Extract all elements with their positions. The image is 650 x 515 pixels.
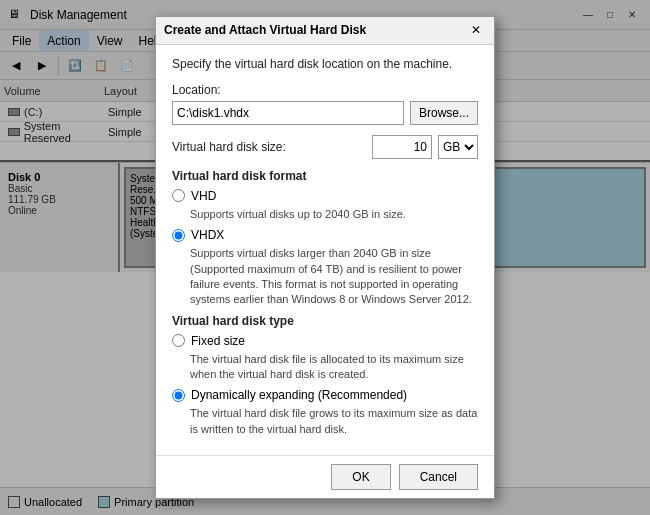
format-section-label: Virtual hard disk format [172, 169, 478, 183]
dynamic-radio[interactable] [172, 389, 185, 402]
dynamic-desc: The virtual hard disk file grows to its … [190, 406, 478, 437]
dialog-close-button[interactable]: ✕ [466, 20, 486, 40]
vhd-radio-row: VHD [172, 189, 478, 203]
location-label: Location: [172, 83, 478, 97]
vhd-label[interactable]: VHD [191, 189, 216, 203]
dialog-description: Specify the virtual hard disk location o… [172, 57, 478, 71]
vhdx-radio-row: VHDX [172, 228, 478, 242]
location-row: Browse... [172, 101, 478, 125]
type-section-label: Virtual hard disk type [172, 314, 478, 328]
vhd-radio[interactable] [172, 189, 185, 202]
location-input[interactable] [172, 101, 404, 125]
dynamic-label[interactable]: Dynamically expanding (Recommended) [191, 388, 407, 402]
fixed-radio[interactable] [172, 334, 185, 347]
dynamic-radio-row: Dynamically expanding (Recommended) [172, 388, 478, 402]
size-unit-select[interactable]: MB GB TB [438, 135, 478, 159]
vhd-desc: Supports virtual disks up to 2040 GB in … [190, 207, 478, 222]
modal-overlay: Create and Attach Virtual Hard Disk ✕ Sp… [0, 0, 650, 515]
size-row: Virtual hard disk size: MB GB TB [172, 135, 478, 159]
dialog-title: Create and Attach Virtual Hard Disk [164, 23, 466, 37]
dialog-footer: OK Cancel [156, 455, 494, 498]
fixed-desc: The virtual hard disk file is allocated … [190, 352, 478, 383]
vhdx-label[interactable]: VHDX [191, 228, 224, 242]
dialog-title-bar: Create and Attach Virtual Hard Disk ✕ [156, 17, 494, 45]
vhdx-radio[interactable] [172, 229, 185, 242]
fixed-radio-row: Fixed size [172, 334, 478, 348]
vhdx-desc: Supports virtual disks larger than 2040 … [190, 246, 478, 308]
fixed-label[interactable]: Fixed size [191, 334, 245, 348]
size-label: Virtual hard disk size: [172, 140, 366, 154]
ok-button[interactable]: OK [331, 464, 390, 490]
dialog-body: Specify the virtual hard disk location o… [156, 45, 494, 456]
dialog: Create and Attach Virtual Hard Disk ✕ Sp… [155, 16, 495, 500]
browse-button[interactable]: Browse... [410, 101, 478, 125]
cancel-button[interactable]: Cancel [399, 464, 478, 490]
size-input[interactable] [372, 135, 432, 159]
